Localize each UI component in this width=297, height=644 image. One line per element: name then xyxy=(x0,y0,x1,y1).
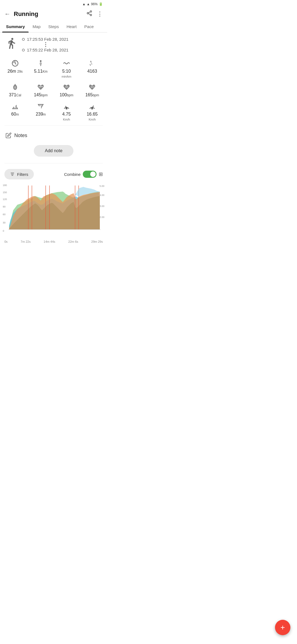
svg-text:30: 30 xyxy=(3,221,6,224)
duration-value: 26m 29s xyxy=(7,69,23,74)
end-dot xyxy=(22,49,25,51)
heart-min-icon: MIN xyxy=(63,83,70,91)
svg-point-1 xyxy=(87,12,89,14)
svg-line-3 xyxy=(89,13,90,15)
avg-speed-icon xyxy=(63,102,70,111)
svg-text:3.00: 3.00 xyxy=(100,205,105,208)
x-label-3: 22m 6s xyxy=(68,240,78,243)
combine-label: Combine xyxy=(64,172,81,177)
page-title: Running xyxy=(14,10,86,18)
stat-heart-min: MIN 100bpm xyxy=(55,83,78,97)
stat-pace: 5:10 min/km xyxy=(55,59,78,78)
battery-percent: 96% xyxy=(91,2,98,6)
filters-label: Filters xyxy=(17,172,28,177)
header-actions: ⋮ xyxy=(86,10,103,18)
svg-text:2.00: 2.00 xyxy=(100,216,105,219)
chart-container: 180 150 120 90 60 30 0 5.00 4.00 3.00 2.… xyxy=(0,183,107,248)
time-range: 17:25:53 Feb 28, 2021 17:55:22 Feb 28, 2… xyxy=(22,37,68,52)
tab-pace[interactable]: Pace xyxy=(81,21,98,32)
filter-icon xyxy=(10,172,15,177)
stat-heart-max: MAX 165bpm xyxy=(81,83,104,97)
add-note-container: Add note xyxy=(0,141,107,161)
heart-max-icon: MAX xyxy=(88,83,96,91)
combine-toggle[interactable] xyxy=(83,171,97,178)
start-time-row: 17:25:53 Feb 28, 2021 xyxy=(22,37,68,42)
start-dot xyxy=(22,38,25,41)
distance-icon xyxy=(37,59,45,68)
stat-duration: 26m 29s xyxy=(3,59,27,78)
share-icon xyxy=(86,10,92,16)
status-icons: ▲ ▲ 96% 🔋 xyxy=(82,2,103,6)
elevation-up-icon xyxy=(11,102,19,111)
menu-button[interactable]: ⋮ xyxy=(97,10,103,18)
heart-avg-icon xyxy=(37,83,45,91)
x-label-4: 29m 29s xyxy=(91,240,103,243)
notes-label: Notes xyxy=(14,133,27,138)
elevation-down-value: 239m xyxy=(36,112,46,117)
elevation-down-icon xyxy=(37,102,45,111)
running-icon xyxy=(6,37,18,52)
stat-calories: 371Cal xyxy=(3,83,27,97)
svg-text:MAX: MAX xyxy=(91,86,95,88)
svg-line-4 xyxy=(89,12,90,13)
distance-value: 5.11Km xyxy=(34,69,48,74)
svg-text:MIN: MIN xyxy=(65,86,68,88)
heart-max-value: 165bpm xyxy=(85,92,99,97)
x-label-0: 0s xyxy=(4,240,8,243)
svg-text:60: 60 xyxy=(3,213,6,216)
stat-elevation-down: 239m xyxy=(29,102,53,121)
signal-icon: ▲ xyxy=(87,2,90,6)
svg-text:120: 120 xyxy=(3,198,7,201)
stat-distance: 5.11Km xyxy=(29,59,53,78)
tab-steps[interactable]: Steps xyxy=(45,21,63,32)
svg-point-0 xyxy=(90,11,92,12)
x-label-1: 7m 22s xyxy=(21,240,31,243)
end-time-row: 17:55:22 Feb 28, 2021 xyxy=(22,48,68,52)
tab-summary[interactable]: Summary xyxy=(2,21,29,32)
svg-point-2 xyxy=(90,14,92,16)
share-button[interactable] xyxy=(86,10,92,18)
steps-icon xyxy=(88,59,96,68)
dot-3 xyxy=(45,46,46,47)
battery-icon: 🔋 xyxy=(99,2,103,6)
activity-chart: 180 150 120 90 60 30 0 5.00 4.00 3.00 2.… xyxy=(2,183,105,238)
back-button[interactable]: ← xyxy=(4,9,13,19)
pace-unit: min/km xyxy=(62,75,71,78)
dot-2 xyxy=(45,44,46,45)
svg-text:5.00: 5.00 xyxy=(100,185,105,187)
stat-max-speed: 16.65 Km/h xyxy=(81,102,104,121)
wifi-icon: ▲ xyxy=(82,2,86,6)
pencil-icon xyxy=(6,132,12,138)
filters-button[interactable]: Filters xyxy=(4,169,34,179)
expand-icon: ⊞ xyxy=(99,171,103,177)
divider-1 xyxy=(4,125,103,126)
svg-text:4.00: 4.00 xyxy=(100,194,105,197)
tab-bar: Summary Map Steps Heart Pace xyxy=(0,21,107,32)
svg-text:150: 150 xyxy=(3,191,7,194)
stat-elevation-up: 60m xyxy=(3,102,27,121)
dot-1 xyxy=(45,42,46,43)
back-icon: ← xyxy=(4,10,10,17)
heart-avg-value: 145bpm xyxy=(34,92,48,97)
stat-steps: 4163 xyxy=(81,59,104,78)
svg-text:90: 90 xyxy=(3,205,6,208)
pace-icon xyxy=(63,59,70,68)
chart-x-labels: 0s 7m 22s 14m 44s 22m 6s 29m 29s xyxy=(2,239,105,243)
elevation-up-value: 60m xyxy=(11,112,19,117)
notes-header: Notes xyxy=(6,132,102,138)
notes-section: Notes xyxy=(0,128,107,141)
avg-speed-unit: Km/h xyxy=(63,118,70,121)
filters-bar: Filters Combine ⊞ xyxy=(0,166,107,183)
run-info: 17:25:53 Feb 28, 2021 17:55:22 Feb 28, 2… xyxy=(0,32,107,57)
add-note-button[interactable]: Add note xyxy=(34,145,73,157)
steps-value: 4163 xyxy=(87,69,97,74)
avg-speed-value: 4.75 xyxy=(62,112,71,117)
menu-icon: ⋮ xyxy=(97,10,103,17)
tab-heart[interactable]: Heart xyxy=(63,21,81,32)
heart-min-value: 100bpm xyxy=(60,92,73,97)
max-speed-value: 16.65 xyxy=(87,112,98,117)
calories-value: 371Cal xyxy=(9,92,21,97)
svg-point-7 xyxy=(40,65,42,66)
tab-map[interactable]: Map xyxy=(29,21,44,32)
stats-grid: 26m 29s 5.11Km 5:10 min/km xyxy=(0,57,107,123)
